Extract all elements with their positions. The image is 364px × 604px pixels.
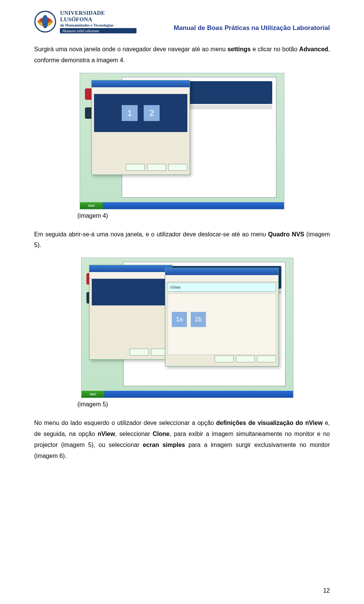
monitor-1a-icon: 1a [172,312,187,327]
page-number: 12 [323,587,330,594]
start-button: start [82,391,104,398]
monitor-1b-icon: 1b [191,312,206,327]
caption-image-5: (imagem 5) [77,401,330,408]
caption-image-4: (imagem 4) [77,212,330,219]
screenshot-image-5: nView 1a 1b start [81,258,293,398]
paragraph-2: Em seguida abrir-se-á uma nova janela, e… [34,229,330,251]
university-name: UNIVERSIDADE LUSÓFONA [60,10,136,23]
start-button: start [80,202,103,209]
paragraph-1: Surgirá uma nova janela onde o navegador… [34,44,330,66]
logo-globe-icon [34,10,56,33]
university-subname: de Humanidades e Tecnologias [60,23,136,27]
screenshot-image-4: 1 2 start [80,73,284,209]
university-logo: UNIVERSIDADE LUSÓFONA de Humanidades e T… [34,8,136,36]
document-title: Manual de Boas Práticas na Utilização La… [174,24,330,32]
monitor-2-icon: 2 [144,105,160,121]
university-motto: Humani nihil alienum [60,28,136,33]
nview-label: nView [168,283,276,292]
monitor-1-icon: 1 [122,105,138,121]
logo-text: UNIVERSIDADE LUSÓFONA de Humanidades e T… [60,10,136,33]
svg-point-1 [42,15,48,28]
paragraph-3: No menu do lado esquerdo o utilizador de… [34,418,330,461]
page-header: UNIVERSIDADE LUSÓFONA de Humanidades e T… [34,8,330,36]
